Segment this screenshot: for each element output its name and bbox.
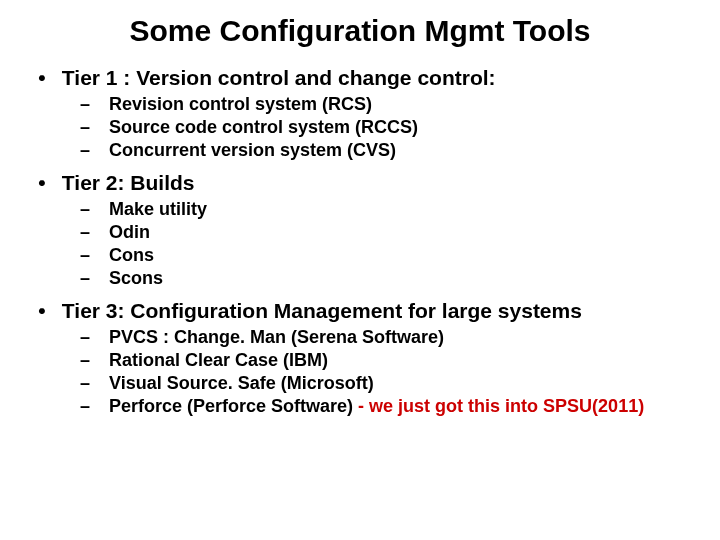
dash-icon: – [80,268,104,289]
list-item: – Rational Clear Case (IBM) [28,350,692,371]
list-item: – Odin [28,222,692,243]
tier-2-heading-text: Tier 2: Builds [62,171,195,194]
list-item: – Perforce (Perforce Software) - we just… [28,396,692,417]
dash-icon: – [80,396,104,417]
tier-1-item-2: Concurrent version system (CVS) [109,140,396,160]
list-item: – Make utility [28,199,692,220]
list-item: – Concurrent version system (CVS) [28,140,692,161]
slide: Some Configuration Mgmt Tools • Tier 1 :… [0,0,720,540]
tier-2-item-3: Scons [109,268,163,288]
tier-2-heading: • Tier 2: Builds [28,171,692,195]
slide-title: Some Configuration Mgmt Tools [28,14,692,48]
list-item: – Source code control system (RCCS) [28,117,692,138]
tier-2-item-2: Cons [109,245,154,265]
dash-icon: – [80,222,104,243]
list-item: – Visual Source. Safe (Microsoft) [28,373,692,394]
list-item: – Revision control system (RCS) [28,94,692,115]
tier-3-item-0: PVCS : Change. Man (Serena Software) [109,327,444,347]
tier-1-heading-text: Tier 1 : Version control and change cont… [62,66,496,89]
tier-3-item-2: Visual Source. Safe (Microsoft) [109,373,374,393]
tier-3-item-1: Rational Clear Case (IBM) [109,350,328,370]
list-item: – Cons [28,245,692,266]
bullet-icon: • [28,299,56,323]
list-item: – PVCS : Change. Man (Serena Software) [28,327,692,348]
dash-icon: – [80,94,104,115]
dash-icon: – [80,373,104,394]
tier-2-block: • Tier 2: Builds – Make utility – Odin –… [28,171,692,289]
tier-3-trailing-note: - we just got this into SPSU(2011) [358,396,644,416]
dash-icon: – [80,117,104,138]
tier-2-item-0: Make utility [109,199,207,219]
tier-3-block: • Tier 3: Configuration Management for l… [28,299,692,417]
list-item: – Scons [28,268,692,289]
dash-icon: – [80,140,104,161]
bullet-icon: • [28,171,56,195]
dash-icon: – [80,327,104,348]
bullet-icon: • [28,66,56,90]
tier-1-block: • Tier 1 : Version control and change co… [28,66,692,161]
tier-1-item-1: Source code control system (RCCS) [109,117,418,137]
tier-3-heading-text: Tier 3: Configuration Management for lar… [62,299,582,322]
tier-3-heading: • Tier 3: Configuration Management for l… [28,299,692,323]
dash-icon: – [80,199,104,220]
tier-2-item-1: Odin [109,222,150,242]
tier-3-item-3: Perforce (Perforce Software) [109,396,358,416]
dash-icon: – [80,245,104,266]
tier-1-item-0: Revision control system (RCS) [109,94,372,114]
tier-1-heading: • Tier 1 : Version control and change co… [28,66,692,90]
dash-icon: – [80,350,104,371]
